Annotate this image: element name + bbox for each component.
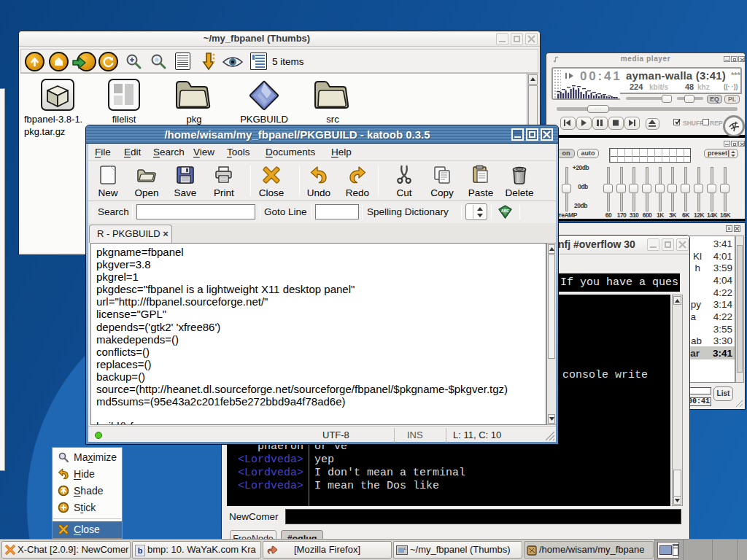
svg-text:ABC: ABC xyxy=(501,209,509,213)
